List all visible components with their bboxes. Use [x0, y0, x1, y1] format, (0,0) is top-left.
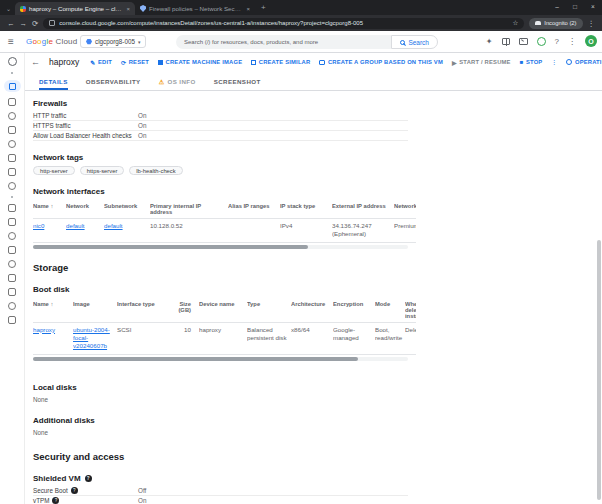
browser-menu-icon[interactable]: ⋮: [588, 19, 596, 28]
instance-group-icon: [319, 60, 325, 65]
help-icon[interactable]: ?: [85, 475, 92, 482]
rail-item[interactable]: [8, 246, 16, 254]
help-icon[interactable]: ?: [71, 487, 78, 494]
subnetwork-link[interactable]: default: [104, 222, 123, 229]
operations-dropdown[interactable]: OPERATIONS▾: [566, 59, 602, 65]
help-icon[interactable]: ?: [555, 37, 559, 46]
window-minimize-button[interactable]: –: [548, 3, 566, 10]
rail-item[interactable]: [8, 302, 16, 310]
network-tag-chip[interactable]: lb-health-check: [129, 166, 182, 175]
notifications-icon[interactable]: [537, 37, 546, 46]
rail-item[interactable]: [8, 260, 16, 268]
more-vertical-icon[interactable]: ⋮: [568, 37, 576, 46]
shielded-vm-heading: Shielded VM?: [33, 474, 602, 483]
create-similar-icon: [251, 60, 256, 65]
search-button[interactable]: Search: [391, 35, 438, 49]
rail-item[interactable]: [8, 126, 16, 134]
search-icon: [400, 40, 405, 45]
nic-link[interactable]: nic0: [33, 222, 44, 229]
tab-os-info[interactable]: ⚠OS INFO: [159, 78, 196, 90]
help-icon[interactable]: ?: [52, 497, 59, 504]
browser-tab-firewall-policies[interactable]: Firewall policies – Network Sec… ×: [135, 2, 255, 15]
sort-asc-icon: ↑: [50, 301, 53, 307]
gemini-icon[interactable]: ✦: [486, 37, 493, 46]
rail-item[interactable]: [8, 204, 16, 212]
gcp-favicon-icon: [20, 6, 26, 12]
site-settings-icon[interactable]: [49, 20, 55, 26]
back-icon[interactable]: ←: [31, 57, 40, 67]
additional-disks-value: None: [33, 429, 602, 436]
more-actions-icon[interactable]: ⋮: [551, 59, 557, 65]
gcp-header: ≡ Google Cloud clgcporg8-005 ▾ Search ✦ …: [0, 31, 602, 53]
rail-item[interactable]: [8, 112, 16, 120]
tab-close-icon[interactable]: ×: [127, 6, 131, 12]
rail-item[interactable]: [8, 218, 16, 226]
tab-details[interactable]: DETAILS: [39, 78, 68, 90]
tab-close-icon[interactable]: ×: [247, 6, 251, 12]
reset-button[interactable]: ⟳RESET: [121, 59, 149, 66]
rail-item[interactable]: [8, 288, 16, 296]
rail-item[interactable]: [8, 98, 16, 106]
tab-observability[interactable]: OBSERVABILITY: [86, 78, 141, 90]
compute-engine-icon[interactable]: [8, 57, 17, 66]
vm-detail-tabs: DETAILS OBSERVABILITY ⚠OS INFO SCREENSHO…: [25, 71, 602, 91]
stop-button[interactable]: ■STOP: [520, 59, 543, 65]
create-machine-image-button[interactable]: CREATE MACHINE IMAGE: [158, 59, 242, 65]
tab-screenshot[interactable]: SCREENSHOT: [214, 78, 261, 90]
rail-item[interactable]: [8, 168, 16, 176]
address-bar[interactable]: console.cloud.google.com/compute/instanc…: [43, 18, 524, 29]
cloud-shell-icon[interactable]: [519, 38, 528, 45]
rail-item[interactable]: [8, 232, 16, 240]
forward-nav-icon[interactable]: →: [20, 19, 28, 28]
incognito-label: Incognito (2): [544, 20, 576, 26]
incognito-badge: Incognito (2): [529, 18, 582, 29]
horizontal-scrollbar[interactable]: [33, 357, 408, 361]
tab-search-caret-icon[interactable]: ⌄: [6, 5, 11, 12]
network-tag-chip[interactable]: https-server: [80, 166, 125, 175]
disk-type: Balanced persistent disk: [247, 326, 291, 351]
browser-tab-haproxy[interactable]: haproxy – Compute Engine – cl… ×: [15, 2, 135, 15]
disk-link[interactable]: haproxy: [33, 326, 55, 333]
storage-heading: Storage: [33, 262, 602, 273]
network-tag-chip[interactable]: http-server: [33, 166, 75, 175]
encryption: Google-managed: [333, 326, 375, 351]
window-maximize-button[interactable]: □: [566, 3, 584, 10]
horizontal-scrollbar[interactable]: [33, 245, 408, 249]
avatar[interactable]: O: [585, 35, 597, 47]
alias-ip-ranges: [228, 222, 280, 239]
back-nav-icon[interactable]: ←: [7, 19, 15, 28]
table-header-row: Name ↑ Image Interface type Size (GB) De…: [33, 298, 416, 323]
new-tab-button[interactable]: +: [261, 3, 266, 12]
rail-item[interactable]: [8, 154, 16, 162]
create-similar-button[interactable]: CREATE SIMILAR: [251, 59, 310, 65]
menu-icon[interactable]: ≡: [8, 38, 14, 46]
rail-item[interactable]: [8, 140, 16, 148]
rail-item[interactable]: [8, 182, 16, 190]
vertical-scrollbar[interactable]: [597, 240, 601, 500]
url-text[interactable]: console.cloud.google.com/compute/instanc…: [59, 20, 508, 26]
rail-item[interactable]: [8, 316, 16, 324]
reload-icon[interactable]: ⟳: [32, 19, 38, 28]
rail-divider: [11, 72, 13, 74]
bookmark-star-icon[interactable]: ☆: [512, 19, 518, 27]
browser-toolbar: ← → ⟳ console.cloud.google.com/compute/i…: [0, 15, 602, 31]
disk-size: 10: [173, 326, 199, 351]
image-link[interactable]: ubuntu-2004-focal-v20240607b: [73, 326, 110, 350]
network-link[interactable]: default: [66, 222, 85, 229]
firewall-value: On: [138, 132, 146, 139]
search-input[interactable]: [176, 35, 391, 49]
page-title: haproxy: [49, 57, 79, 67]
network-tags-heading: Network tags: [33, 153, 602, 162]
project-selector[interactable]: clgcporg8-005 ▾: [80, 35, 146, 48]
rail-item-vm-instances[interactable]: [4, 80, 21, 92]
rail-divider: [11, 196, 13, 198]
gift-icon[interactable]: [502, 38, 510, 45]
window-close-button[interactable]: ×: [584, 3, 602, 10]
start-resume-button[interactable]: ▶START / RESUME: [452, 59, 511, 66]
edit-button[interactable]: ✎EDIT: [90, 59, 112, 66]
chevron-down-icon: ▾: [138, 39, 141, 45]
create-group-button[interactable]: CREATE A GROUP BASED ON THIS VM: [319, 59, 443, 65]
google-cloud-logo[interactable]: Google Cloud: [26, 37, 77, 46]
rail-item[interactable]: [8, 274, 16, 282]
table-row: nic0 default default 10.128.0.52 IPv4 34…: [33, 219, 416, 243]
